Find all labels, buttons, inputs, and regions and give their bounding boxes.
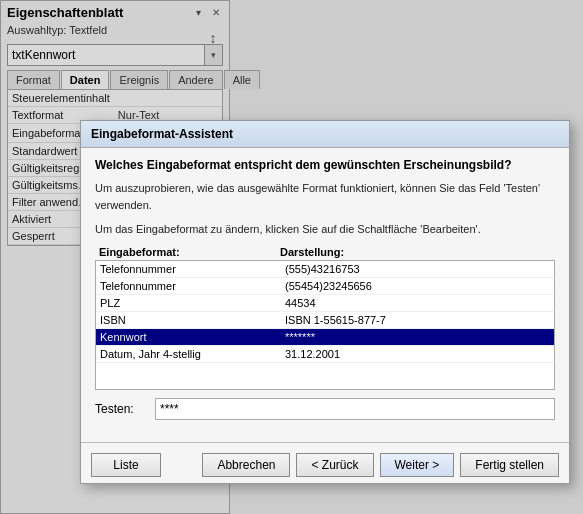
col-preview-header: Darstellung:	[280, 246, 555, 258]
dialog-question: Welches Eingabeformat entspricht dem gew…	[95, 158, 555, 172]
eingabeformat-dialog: Eingabeformat-Assistent Welches Eingabef…	[80, 120, 570, 484]
format-list-container[interactable]: Telefonnummer(555)43216753Telefonnummer(…	[95, 260, 555, 390]
list-item[interactable]: ISBNISBN 1-55615-877-7	[96, 312, 554, 329]
format-list: Telefonnummer(555)43216753Telefonnummer(…	[96, 261, 554, 363]
list-item[interactable]: Telefonnummer(555)43216753	[96, 261, 554, 278]
abbrechen-button[interactable]: Abbrechen	[202, 453, 290, 477]
weiter-button[interactable]: Weiter >	[380, 453, 455, 477]
list-item[interactable]: Telefonnummer(55454)23245656	[96, 278, 554, 295]
dialog-info2: Um das Eingabeformat zu ändern, klicken …	[95, 221, 555, 238]
list-column-headers: Eingabeformat: Darstellung:	[95, 246, 555, 258]
dialog-divider	[81, 442, 569, 443]
col-format-header: Eingabeformat:	[95, 246, 280, 258]
fertig-button[interactable]: Fertig stellen	[460, 453, 559, 477]
liste-button[interactable]: Liste	[91, 453, 161, 477]
dialog-title: Eingabeformat-Assistent	[81, 121, 569, 148]
list-item[interactable]: PLZ44534	[96, 295, 554, 312]
testen-input[interactable]	[155, 398, 555, 420]
dialog-body: Welches Eingabeformat entspricht dem gew…	[81, 148, 569, 438]
zurueck-button[interactable]: < Zurück	[296, 453, 373, 477]
testen-label: Testen:	[95, 402, 155, 416]
list-item[interactable]: Kennwort*******	[96, 329, 554, 346]
list-item[interactable]: Datum, Jahr 4-stellig31.12.2001	[96, 346, 554, 363]
dialog-buttons: Liste Abbrechen < Zurück Weiter > Fertig…	[81, 447, 569, 483]
testen-row: Testen:	[95, 398, 555, 420]
dialog-info1: Um auszuprobieren, wie das ausgewählte F…	[95, 180, 555, 213]
